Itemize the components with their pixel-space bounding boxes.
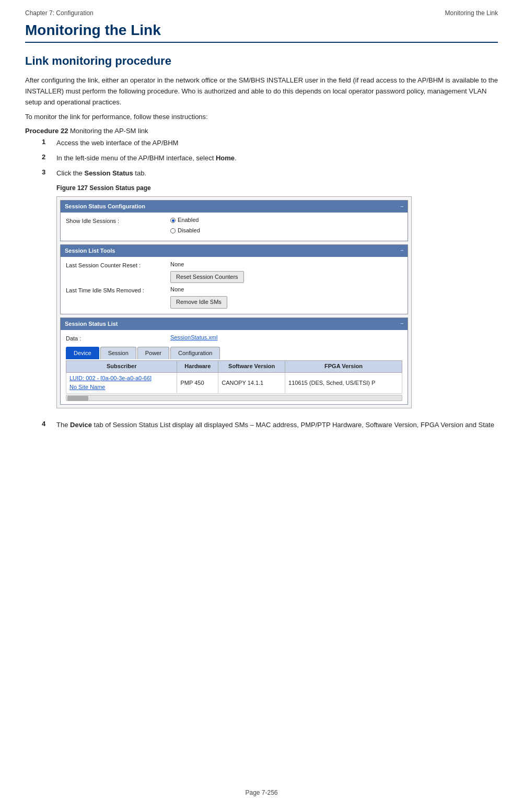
- last-idle-removed-row: Last Time Idle SMs Removed : None Remove…: [66, 285, 402, 308]
- body-paragraph: After configuring the link, either an op…: [25, 75, 498, 108]
- step-4-num: 4: [42, 420, 56, 428]
- tab-row: Device Session Power Configuration: [66, 347, 402, 360]
- sub-title: Link monitoring procedure: [25, 54, 498, 68]
- data-row: Data : SessionStatus.xml: [66, 333, 402, 344]
- step-3-text: Click the Session Status tab.: [56, 168, 498, 179]
- session-status-config-body: Show Idle Sessions : Enabled Disabled: [61, 213, 408, 240]
- section-label: Monitoring the Link: [445, 9, 498, 17]
- steps-list: 1 Access the web interface of the AP/BHM…: [42, 138, 498, 431]
- cell-fpga: 110615 (DES, Sched, US/ETSI) P: [285, 372, 402, 393]
- show-idle-radio-group: Enabled Disabled: [170, 216, 402, 235]
- cell-hardware: PMP 450: [177, 372, 218, 393]
- last-counter-reset-label: Last Session Counter Reset :: [66, 260, 170, 270]
- page-footer: Page 7-256: [0, 789, 523, 796]
- session-status-xml-link[interactable]: SessionStatus.xml: [170, 333, 217, 343]
- step-3-num: 3: [42, 168, 56, 176]
- session-list-tools-section: Session List Tools – Last Session Counte…: [60, 244, 408, 314]
- show-idle-row: Show Idle Sessions : Enabled Disabled: [66, 216, 402, 235]
- session-status-list-body: Data : SessionStatus.xml Device Session …: [61, 330, 408, 404]
- session-status-list-title: Session Status List: [65, 320, 118, 329]
- show-idle-label: Show Idle Sessions :: [66, 216, 170, 226]
- tab-configuration[interactable]: Configuration: [170, 347, 220, 360]
- radio-disabled-label: Disabled: [178, 226, 200, 236]
- last-counter-reset-value: None: [170, 260, 402, 269]
- step-1-num: 1: [42, 138, 56, 146]
- session-status-config-header: Session Status Configuration –: [61, 201, 408, 213]
- tab-device[interactable]: Device: [66, 347, 99, 360]
- last-idle-removed-label: Last Time Idle SMs Removed :: [66, 285, 170, 296]
- step-3-content: Click the Session Status tab. Figure 127…: [56, 168, 498, 416]
- step-2-num: 2: [42, 153, 56, 161]
- radio-enabled-item[interactable]: Enabled: [170, 216, 402, 225]
- page-header: Chapter 7: Configuration Monitoring the …: [25, 9, 498, 17]
- col-hardware: Hardware: [177, 361, 218, 373]
- tab-power[interactable]: Power: [137, 347, 169, 360]
- step-2-keyword: Home: [216, 154, 235, 162]
- subscriber-link[interactable]: LUID: 002 - [0a-00-3e-a0-a0-66]No Site N…: [69, 375, 152, 391]
- minimize-icon-1[interactable]: –: [400, 203, 403, 211]
- cell-software: CANOPY 14.1.1: [218, 372, 285, 393]
- main-title: Monitoring the Link: [25, 22, 498, 43]
- instruction-text: To monitor the link for performance, fol…: [25, 112, 498, 123]
- scroll-thumb: [67, 396, 88, 401]
- radio-disabled-dot: [170, 228, 176, 233]
- step-4-text: The Device tab of Session Status List di…: [56, 420, 498, 431]
- last-counter-reset-value-col: None Reset Session Counters: [170, 260, 402, 283]
- session-status-table: Subscriber Hardware Software Version FPG…: [66, 360, 402, 394]
- table-row: LUID: 002 - [0a-00-3e-a0-a0-66]No Site N…: [66, 372, 402, 393]
- step-4: 4 The Device tab of Session Status List …: [42, 420, 498, 431]
- session-list-tools-body: Last Session Counter Reset : None Reset …: [61, 257, 408, 313]
- step-3: 3 Click the Session Status tab. Figure 1…: [42, 168, 498, 416]
- last-counter-reset-row: Last Session Counter Reset : None Reset …: [66, 260, 402, 283]
- col-subscriber: Subscriber: [66, 361, 177, 373]
- reset-session-counters-button[interactable]: Reset Session Counters: [170, 271, 244, 284]
- session-status-list-section: Session Status List – Data : SessionStat…: [60, 317, 408, 405]
- procedure-desc: Monitoring the AP-SM link: [70, 127, 148, 135]
- table-header-row: Subscriber Hardware Software Version FPG…: [66, 361, 402, 373]
- step-1: 1 Access the web interface of the AP/BHM: [42, 138, 498, 149]
- chapter-label: Chapter 7: Configuration: [25, 9, 94, 17]
- last-idle-removed-value: None: [170, 285, 402, 295]
- page-number: Page 7-256: [245, 789, 277, 796]
- figure-caption: Figure 127 Session Status page: [56, 183, 498, 193]
- col-fpga: FPGA Version: [285, 361, 402, 373]
- step-2: 2 In the left-side menu of the AP/BHM in…: [42, 153, 498, 164]
- screenshot-panel: Session Status Configuration – Show Idle…: [56, 196, 412, 408]
- cell-subscriber: LUID: 002 - [0a-00-3e-a0-a0-66]No Site N…: [66, 372, 177, 393]
- session-list-tools-title: Session List Tools: [65, 246, 115, 256]
- session-status-config-title: Session Status Configuration: [65, 202, 145, 211]
- radio-enabled-label: Enabled: [178, 216, 199, 225]
- remove-idle-sms-button[interactable]: Remove Idle SMs: [170, 296, 227, 309]
- data-label: Data :: [66, 333, 170, 344]
- session-status-config-section: Session Status Configuration – Show Idle…: [60, 200, 408, 241]
- radio-enabled-dot: [170, 218, 176, 223]
- last-idle-removed-value-col: None Remove Idle SMs: [170, 285, 402, 308]
- step-3-keyword: Session Status: [84, 169, 133, 177]
- procedure-bold-label: Procedure 22: [25, 127, 68, 135]
- tab-session[interactable]: Session: [100, 347, 136, 360]
- session-status-list-header: Session Status List –: [61, 318, 408, 331]
- step-4-keyword: Device: [70, 421, 92, 429]
- minimize-icon-3[interactable]: –: [400, 320, 403, 328]
- step-2-text: In the left-side menu of the AP/BHM inte…: [56, 153, 498, 164]
- horizontal-scrollbar[interactable]: [66, 395, 402, 401]
- session-list-tools-header: Session List Tools –: [61, 245, 408, 257]
- col-software: Software Version: [218, 361, 285, 373]
- radio-disabled-item[interactable]: Disabled: [170, 226, 402, 236]
- step-1-text: Access the web interface of the AP/BHM: [56, 138, 498, 149]
- minimize-icon-2[interactable]: –: [400, 246, 403, 255]
- procedure-label: Procedure 22 Monitoring the AP-SM link: [25, 127, 498, 135]
